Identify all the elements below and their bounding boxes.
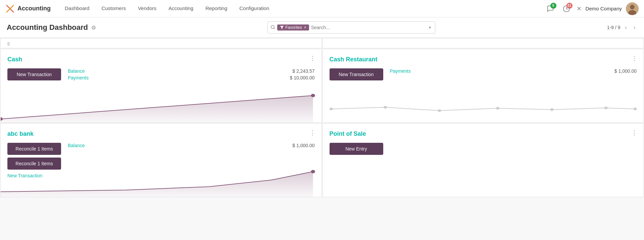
card-cash-restaurant-stats: Payments $ 1,000.00 (390, 68, 637, 74)
card-cash-restaurant-new-transaction-btn[interactable]: New Transaction (330, 68, 383, 80)
nav-right: 5 21 ✕ Demo Company (544, 2, 639, 15)
svg-point-17 (633, 108, 637, 110)
cash-restaurant-chart (323, 92, 644, 122)
cash-payments-value: $ 10,000.00 (290, 75, 315, 80)
svg-point-11 (311, 94, 315, 97)
filter-icon (280, 25, 284, 29)
user-avatar[interactable] (626, 2, 639, 15)
close-icon-btn[interactable]: ✕ (577, 5, 582, 12)
top-nav: Accounting Dashboard Customers Vendors A… (0, 0, 644, 17)
card-cash-restaurant-actions: New Transaction (330, 68, 383, 80)
page-title: Accounting Dashboard (7, 23, 88, 32)
search-icon (270, 25, 275, 31)
messages-icon-btn[interactable]: 5 (544, 3, 556, 15)
pagination-text: 1-9 / 9 (607, 25, 621, 30)
filter-tag-favorites[interactable]: Favorites × (277, 24, 309, 31)
cash-restaurant-payments-value: $ 1,000.00 (614, 68, 637, 74)
abc-bank-balance-label[interactable]: Balance (68, 143, 85, 148)
card-abc-bank-reconcile-btn1[interactable]: Reconcile 1 Items (7, 143, 61, 155)
svg-marker-8 (280, 26, 284, 29)
svg-marker-9 (1, 96, 313, 122)
search-input[interactable] (311, 25, 426, 30)
card-cash-title[interactable]: Cash (7, 56, 315, 63)
card-point-of-sale-actions: New Entry (330, 143, 383, 155)
abc-bank-balance-value: $ 1,000.00 (292, 143, 314, 148)
nav-item-customers[interactable]: Customers (95, 0, 132, 17)
card-point-of-sale-content: New Entry (330, 143, 637, 155)
logo-icon (5, 4, 15, 13)
cash-restaurant-stat-payments-row: Payments $ 1,000.00 (390, 68, 637, 74)
svg-point-20 (311, 170, 315, 173)
card-point-of-sale-menu-btn[interactable]: ⋮ (631, 130, 637, 136)
svg-point-4 (630, 5, 635, 9)
cash-stat-payments-row: Payments $ 10,000.00 (68, 75, 315, 80)
svg-point-6 (271, 25, 274, 28)
card-cash-restaurant: Cash Restaurant ⋮ New Transaction Paymen… (323, 49, 644, 123)
sub-header: Accounting Dashboard ⚙ Favorites × ▾ 1-9… (0, 17, 644, 38)
nav-item-accounting[interactable]: Accounting (162, 0, 199, 17)
cash-chart (1, 92, 321, 122)
nav-items: Dashboard Customers Vendors Accounting R… (59, 0, 544, 17)
card-cash: Cash ⋮ New Transaction Balance $ 2,243.5… (0, 49, 322, 123)
partial-card-left: g (0, 38, 322, 48)
cash-stat-balance-row: Balance $ 2,243.57 (68, 68, 315, 74)
nav-item-vendors[interactable]: Vendors (132, 0, 162, 17)
cash-balance-label[interactable]: Balance (68, 68, 85, 74)
card-abc-bank: abc bank ⋮ Reconcile 1 Items Reconcile 1… (0, 123, 322, 197)
abc-bank-stat-balance-row: Balance $ 1,000.00 (68, 143, 315, 148)
messages-badge: 5 (550, 3, 556, 9)
svg-point-14 (496, 107, 499, 110)
card-cash-content: New Transaction Balance $ 2,243.57 Payme… (7, 68, 315, 80)
card-cash-restaurant-menu-btn[interactable]: ⋮ (631, 55, 637, 61)
card-cash-stats: Balance $ 2,243.57 Payments $ 10,000.00 (68, 68, 315, 80)
nav-logo[interactable]: Accounting (5, 4, 51, 13)
search-dropdown-btn[interactable]: ▾ (428, 24, 432, 31)
pagination-next-btn[interactable]: › (632, 24, 637, 31)
nav-item-configuration[interactable]: Configuration (233, 0, 275, 17)
page-title-area: Accounting Dashboard ⚙ (7, 23, 96, 32)
card-point-of-sale-title[interactable]: Point of Sale (330, 130, 637, 137)
card-cash-menu-btn[interactable]: ⋮ (309, 55, 315, 61)
svg-point-15 (550, 108, 553, 111)
clock-icon-btn[interactable]: 21 (560, 3, 573, 15)
card-abc-bank-title[interactable]: abc bank (7, 130, 315, 137)
svg-point-12 (384, 106, 387, 109)
search-bar: Favorites × ▾ (267, 21, 435, 34)
partial-card-right (323, 38, 644, 48)
card-point-of-sale-new-entry-btn[interactable]: New Entry (330, 143, 383, 155)
svg-point-13 (438, 109, 441, 112)
abc-bank-chart (1, 167, 321, 197)
nav-logo-text: Accounting (17, 5, 51, 12)
pagination-area: 1-9 / 9 ‹ › (607, 24, 637, 31)
clock-badge: 21 (566, 3, 573, 9)
svg-point-16 (604, 107, 607, 109)
svg-marker-19 (1, 172, 313, 197)
card-cash-restaurant-content: New Transaction Payments $ 1,000.00 (330, 68, 637, 80)
cash-payments-label[interactable]: Payments (68, 75, 89, 80)
nav-item-dashboard[interactable]: Dashboard (59, 0, 95, 17)
card-cash-restaurant-title[interactable]: Cash Restaurant (330, 56, 637, 63)
card-abc-bank-stats: Balance $ 1,000.00 (68, 143, 315, 148)
nav-item-reporting[interactable]: Reporting (199, 0, 233, 17)
card-abc-bank-menu-btn[interactable]: ⋮ (309, 130, 315, 136)
card-cash-new-transaction-btn[interactable]: New Transaction (7, 68, 61, 80)
svg-line-7 (274, 28, 275, 29)
card-point-of-sale: Point of Sale ⋮ New Entry (323, 123, 644, 197)
settings-gear-icon[interactable]: ⚙ (91, 24, 96, 31)
svg-point-18 (329, 108, 333, 110)
cash-balance-value: $ 2,243.57 (292, 68, 314, 74)
pagination-prev-btn[interactable]: ‹ (623, 24, 629, 31)
filter-tag-close[interactable]: × (304, 25, 306, 30)
cash-restaurant-payments-label[interactable]: Payments (390, 68, 411, 74)
dashboard-grid: Cash ⋮ New Transaction Balance $ 2,243.5… (0, 49, 644, 197)
card-cash-actions: New Transaction (7, 68, 61, 80)
company-selector[interactable]: Demo Company (586, 6, 622, 11)
